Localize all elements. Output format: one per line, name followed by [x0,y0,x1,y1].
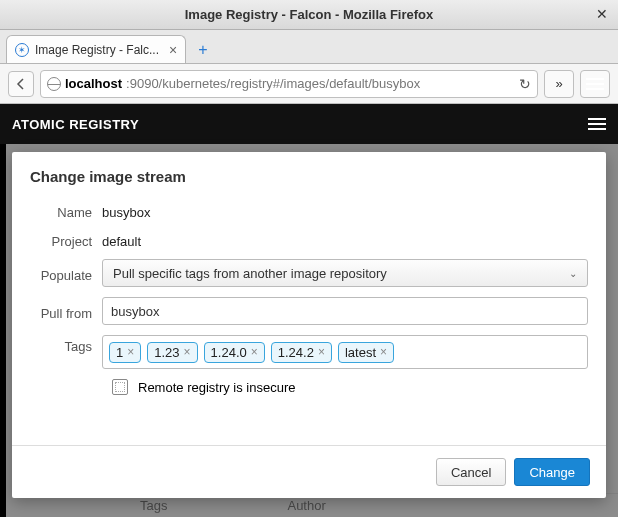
window-close-button[interactable]: ✕ [594,6,610,22]
change-image-stream-dialog: Change image stream Name busybox Project… [12,152,606,498]
pull-from-input[interactable] [102,297,588,325]
hamburger-icon [586,78,604,90]
populate-select[interactable]: Pull specific tags from another image re… [102,259,588,287]
label-pull-from: Pull from [30,302,102,321]
tag-remove-icon[interactable]: × [251,345,258,359]
label-project: Project [30,230,102,249]
tab-close-icon[interactable]: × [169,42,177,58]
reload-button[interactable]: ↻ [519,76,531,92]
row-project: Project default [30,230,588,249]
back-arrow-icon [15,78,27,90]
browser-tab[interactable]: ✶ Image Registry - Falc... × [6,35,186,63]
url-bar[interactable]: localhost:9090/kubernetes/registry#/imag… [40,70,538,98]
change-button[interactable]: Change [514,458,590,486]
insecure-checkbox[interactable] [112,379,128,395]
row-insecure: Remote registry is insecure [112,379,588,395]
tag-label: 1.24.0 [211,345,247,360]
insecure-label: Remote registry is insecure [138,380,296,395]
tag-label: 1.24.2 [278,345,314,360]
overflow-button[interactable]: » [544,70,574,98]
label-name: Name [30,201,102,220]
tag-pill: 1.24.0× [204,342,265,363]
row-pull-from: Pull from [30,297,588,325]
app-header: ATOMIC REGISTRY [0,104,618,144]
label-populate: Populate [30,264,102,283]
browser-menu-button[interactable] [580,70,610,98]
new-tab-button[interactable]: + [192,37,213,63]
tag-pill: 1× [109,342,141,363]
app-menu-button[interactable] [588,118,606,130]
tag-remove-icon[interactable]: × [318,345,325,359]
back-button[interactable] [8,71,34,97]
tag-label: 1.23 [154,345,179,360]
dialog-footer: Cancel Change [12,445,606,486]
tag-label: 1 [116,345,123,360]
label-tags: Tags [30,335,102,354]
cancel-button[interactable]: Cancel [436,458,506,486]
chevron-down-icon: ⌄ [569,268,577,279]
row-name: Name busybox [30,201,588,220]
tab-favicon: ✶ [15,43,29,57]
window-titlebar: Image Registry - Falcon - Mozilla Firefo… [0,0,618,30]
tag-remove-icon[interactable]: × [127,345,134,359]
populate-selected-text: Pull specific tags from another image re… [113,266,387,281]
url-host: localhost [65,76,122,91]
row-populate: Populate Pull specific tags from another… [30,259,588,287]
value-project: default [102,230,588,249]
dialog-body: Name busybox Project default Populate Pu… [12,197,606,395]
browser-toolbar: localhost:9090/kubernetes/registry#/imag… [0,64,618,104]
app-brand: ATOMIC REGISTRY [12,117,139,132]
tag-remove-icon[interactable]: × [380,345,387,359]
globe-icon [47,77,61,91]
tag-remove-icon[interactable]: × [184,345,191,359]
tab-label: Image Registry - Falc... [35,43,159,57]
tags-input[interactable]: 1×1.23×1.24.0×1.24.2×latest× [102,335,588,369]
value-name: busybox [102,201,588,220]
row-tags: Tags 1×1.23×1.24.0×1.24.2×latest× [30,335,588,369]
tag-label: latest [345,345,376,360]
dialog-title: Change image stream [12,152,606,197]
tag-pill: 1.24.2× [271,342,332,363]
url-path: :9090/kubernetes/registry#/images/defaul… [126,76,420,91]
tag-pill: 1.23× [147,342,197,363]
window-title: Image Registry - Falcon - Mozilla Firefo… [185,7,434,22]
browser-tabstrip: ✶ Image Registry - Falc... × + [0,30,618,64]
tag-pill: latest× [338,342,394,363]
